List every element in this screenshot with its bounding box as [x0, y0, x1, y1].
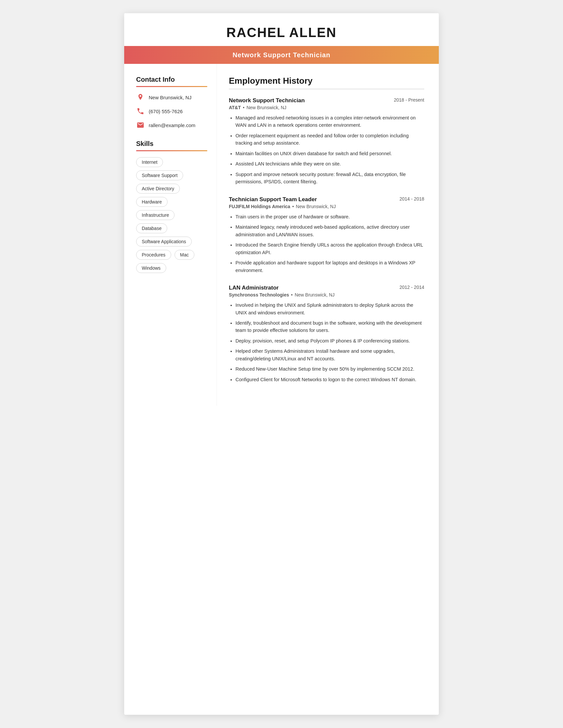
job-dates: 2018 - Present [394, 97, 424, 103]
skill-tag: Infrastructure [136, 210, 174, 220]
list-item: Reduced New-User Machine Setup time by o… [235, 365, 424, 373]
job-entry: Network Support Technician2018 - Present… [229, 97, 424, 186]
contact-section-title: Contact Info [136, 76, 207, 83]
job-header: Technician Support Team Leader2014 - 201… [229, 196, 424, 203]
resume-page: RACHEL ALLEN Network Support Technician … [124, 13, 439, 715]
job-bullets: Involved in helping the UNIX and Splunk … [229, 301, 424, 383]
list-item: Assisted LAN technicians while they were… [235, 160, 424, 167]
skills-tags: InternetSoftware SupportActive Directory… [136, 157, 207, 273]
employment-divider [229, 89, 424, 89]
job-bullets: Managed and resolved networking issues i… [229, 114, 424, 186]
skill-tag: Procedures [136, 250, 171, 260]
job-dates: 2014 - 2018 [399, 196, 424, 202]
skill-tag: Windows [136, 263, 166, 273]
job-dates: 2012 - 2014 [399, 285, 424, 290]
phone-text: (670) 555-7626 [149, 109, 183, 114]
list-item: Maintained legacy, newly introduced web-… [235, 223, 424, 238]
skill-tag: Software Applications [136, 237, 192, 247]
job-company: Synchronoss Technologies•New Brunswick, … [229, 292, 424, 297]
contact-phone: (670) 555-7626 [136, 107, 207, 115]
contact-email: rallen@example.com [136, 121, 207, 129]
job-company: AT&T•New Brunswick, NJ [229, 105, 424, 110]
title-banner: Network Support Technician [124, 46, 439, 64]
skills-section-title: Skills [136, 140, 207, 148]
job-title: LAN Administrator [229, 285, 279, 291]
job-title: Network Support Technician [229, 97, 305, 104]
skill-tag: Internet [136, 157, 163, 167]
job-entry: LAN Administrator2012 - 2014Synchronoss … [229, 285, 424, 383]
body-layout: Contact Info New Brunswick, NJ (670) 555… [124, 64, 439, 406]
location-icon [136, 93, 145, 102]
email-text: rallen@example.com [149, 122, 195, 128]
skill-tag: Mac [174, 250, 194, 260]
jobs-list: Network Support Technician2018 - Present… [229, 97, 424, 383]
contact-divider [136, 86, 207, 87]
candidate-name: RACHEL ALLEN [124, 25, 439, 40]
location-text: New Brunswick, NJ [149, 95, 191, 100]
list-item: Configured Client for Microsoft Networks… [235, 376, 424, 383]
phone-icon [136, 107, 145, 115]
list-item: Identify, troubleshoot and document bugs… [235, 319, 424, 334]
job-entry: Technician Support Team Leader2014 - 201… [229, 196, 424, 274]
job-bullets: Train users in the proper use of hardwar… [229, 213, 424, 274]
skill-tag: Hardware [136, 197, 167, 207]
candidate-title: Network Support Technician [232, 51, 331, 59]
skill-tag: Database [136, 223, 167, 233]
job-company: FUJIFILM Holdings America•New Brunswick,… [229, 204, 424, 209]
employment-section-title: Employment History [229, 76, 424, 86]
list-item: Managed and resolved networking issues i… [235, 114, 424, 129]
list-item: Deploy, provision, reset, and setup Poly… [235, 337, 424, 344]
contact-location: New Brunswick, NJ [136, 93, 207, 102]
header: RACHEL ALLEN Network Support Technician [124, 13, 439, 64]
sidebar: Contact Info New Brunswick, NJ (670) 555… [124, 64, 217, 406]
skill-tag: Software Support [136, 170, 183, 180]
main-content: Employment History Network Support Techn… [217, 64, 439, 406]
list-item: Support and improve network security pos… [235, 171, 424, 186]
list-item: Introduced the Search Engine friendly UR… [235, 241, 424, 256]
skills-section: Skills InternetSoftware SupportActive Di… [136, 140, 207, 273]
email-icon [136, 121, 145, 129]
job-header: Network Support Technician2018 - Present [229, 97, 424, 104]
job-title: Technician Support Team Leader [229, 196, 317, 203]
list-item: Order replacement equipment as needed an… [235, 132, 424, 147]
list-item: Train users in the proper use of hardwar… [235, 213, 424, 220]
skills-divider [136, 150, 207, 151]
list-item: Involved in helping the UNIX and Splunk … [235, 301, 424, 316]
list-item: Provide application and hardware support… [235, 259, 424, 274]
job-header: LAN Administrator2012 - 2014 [229, 285, 424, 291]
list-item: Helped other Systems Administrators Inst… [235, 347, 424, 362]
list-item: Maintain facilities on UNIX driven datab… [235, 150, 424, 157]
skill-tag: Active Directory [136, 184, 180, 194]
